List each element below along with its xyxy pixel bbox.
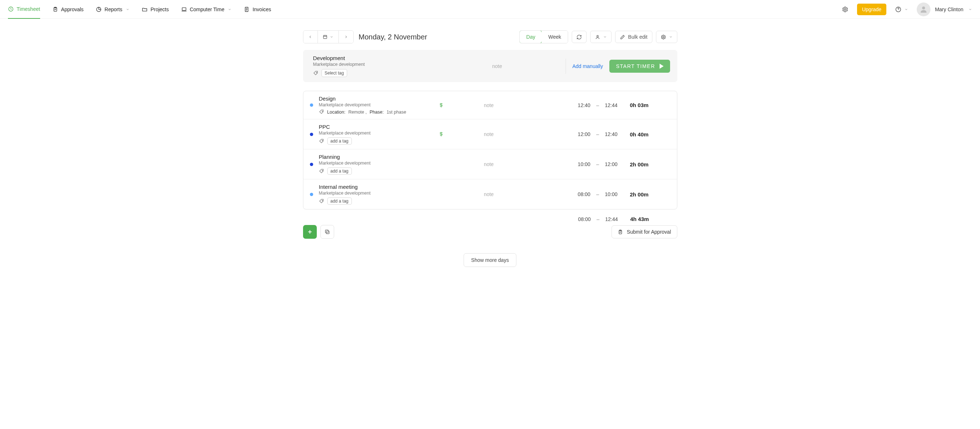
add-entry-button[interactable] xyxy=(303,225,317,239)
chevron-left-icon xyxy=(308,35,312,39)
entry-time[interactable]: 10:00–12:00 xyxy=(545,161,618,167)
project-dot xyxy=(310,163,313,166)
tag-value: Remote , xyxy=(348,110,367,115)
nav-projects-label: Projects xyxy=(150,6,169,12)
billable-indicator[interactable] xyxy=(438,101,467,109)
add-tag-chip[interactable]: add a tag xyxy=(327,198,352,205)
options-button[interactable] xyxy=(656,31,677,43)
svg-point-12 xyxy=(322,140,323,141)
view-week-button[interactable]: Week xyxy=(542,31,568,43)
entry-note[interactable]: note xyxy=(467,102,511,108)
entry-project: Marketplace development xyxy=(319,102,438,107)
timer-task-block[interactable]: Development Marketplace development Sele… xyxy=(313,55,429,77)
main: Monday, 2 November Day Week Bulk edit xyxy=(303,30,677,281)
nav-invoices[interactable]: Invoices xyxy=(244,0,271,19)
entry-tag-row: add a tag xyxy=(319,198,438,205)
active-timer-card: Development Marketplace development Sele… xyxy=(303,50,677,82)
actions-row: Submit for Approval xyxy=(303,225,677,239)
project-dot xyxy=(310,133,313,136)
copy-day-button[interactable] xyxy=(320,225,334,239)
timer-right: Add manually START TIMER xyxy=(566,59,670,74)
prev-day-button[interactable] xyxy=(304,31,318,43)
nav-timesheet[interactable]: Timesheet xyxy=(8,0,40,19)
entry-time[interactable]: 08:00–10:00 xyxy=(545,191,618,197)
svg-point-4 xyxy=(844,8,846,10)
add-manually-link[interactable]: Add manually xyxy=(573,63,603,69)
entry-task: Planning xyxy=(319,154,438,160)
timer-project: Marketplace development xyxy=(313,62,429,67)
plus-icon xyxy=(307,229,313,235)
billable-indicator[interactable] xyxy=(438,130,467,138)
invoice-icon xyxy=(244,6,250,12)
date-title: Monday, 2 November xyxy=(359,33,428,41)
gear-icon xyxy=(661,34,666,40)
date-nav xyxy=(303,30,354,43)
add-tag-chip[interactable]: add a tag xyxy=(327,167,352,175)
settings-icon[interactable] xyxy=(842,6,848,13)
entry-note[interactable]: note xyxy=(467,161,511,167)
entry-project: Marketplace development xyxy=(319,131,438,136)
dash: – xyxy=(596,161,599,167)
entry-duration: 2h 00m xyxy=(618,191,661,198)
edit-icon xyxy=(620,34,625,40)
nav-reports[interactable]: Reports xyxy=(96,0,129,19)
calendar-picker-button[interactable] xyxy=(318,31,339,43)
entry-row[interactable]: PPCMarketplace developmentadd a tagnote1… xyxy=(304,119,677,149)
timer-tag-row: Select tag xyxy=(313,69,429,77)
svg-point-11 xyxy=(322,111,323,112)
nav-approvals[interactable]: Approvals xyxy=(52,0,84,19)
entry-row[interactable]: PlanningMarketplace developmentadd a tag… xyxy=(304,149,677,179)
svg-point-13 xyxy=(322,170,323,171)
add-tag-chip[interactable]: add a tag xyxy=(327,137,352,145)
start-timer-button[interactable]: START TIMER xyxy=(609,60,670,73)
view-day-button[interactable]: Day xyxy=(519,30,542,43)
nav-projects[interactable]: Projects xyxy=(142,0,169,19)
next-day-button[interactable] xyxy=(339,31,353,43)
entry-row[interactable]: Internal meetingMarketplace developmenta… xyxy=(304,179,677,209)
upgrade-button[interactable]: Upgrade xyxy=(857,4,887,15)
help-icon xyxy=(895,6,902,13)
bulk-edit-button[interactable]: Bulk edit xyxy=(615,31,652,43)
tag-value: 1st phase xyxy=(387,110,406,115)
show-more-wrap: Show more days xyxy=(303,253,677,267)
submit-approval-button[interactable]: Submit for Approval xyxy=(611,225,677,238)
svg-point-8 xyxy=(597,35,598,37)
tag-icon xyxy=(319,199,325,204)
user-menu[interactable]: Mary Clinton xyxy=(917,3,972,16)
entry-note[interactable]: note xyxy=(467,191,511,197)
refresh-icon xyxy=(576,34,582,40)
chevron-right-icon xyxy=(344,35,348,39)
nav-reports-label: Reports xyxy=(105,6,122,12)
help-menu[interactable] xyxy=(895,6,908,13)
laptop-icon xyxy=(181,6,187,12)
entry-time[interactable]: 12:00–12:40 xyxy=(545,131,618,137)
chevron-down-icon xyxy=(228,8,231,11)
select-tag-chip[interactable]: Select tag xyxy=(321,69,347,77)
timer-note[interactable]: note xyxy=(429,63,566,69)
entry-note[interactable]: note xyxy=(467,131,511,137)
totals-time: 08:00 – 12:44 xyxy=(546,216,618,222)
toolbar-right: Day Week Bulk edit xyxy=(519,30,677,43)
show-more-button[interactable]: Show more days xyxy=(464,253,516,267)
avatar xyxy=(917,3,931,16)
entry-time[interactable]: 12:40–12:44 xyxy=(545,102,618,108)
date-toolbar: Monday, 2 November Day Week Bulk edit xyxy=(303,30,677,43)
view-segment: Day Week xyxy=(519,30,568,43)
project-dot xyxy=(310,104,313,107)
refresh-button[interactable] xyxy=(572,31,587,43)
nav-approvals-label: Approvals xyxy=(61,6,84,12)
bulk-edit-label: Bulk edit xyxy=(628,34,648,40)
entry-start: 12:00 xyxy=(578,131,590,137)
entry-row[interactable]: DesignMarketplace developmentLocation: R… xyxy=(304,91,677,119)
pie-chart-icon xyxy=(96,6,102,12)
user-icon xyxy=(595,34,600,40)
entry-task: Design xyxy=(319,96,438,102)
nav-computer-time[interactable]: Computer Time xyxy=(181,0,232,19)
svg-rect-15 xyxy=(326,231,329,234)
tag-icon xyxy=(319,169,325,174)
svg-rect-7 xyxy=(323,35,326,39)
clock-icon xyxy=(8,6,14,12)
svg-point-9 xyxy=(662,36,664,38)
user-filter-button[interactable] xyxy=(590,31,611,43)
timer-note-placeholder: note xyxy=(492,63,502,69)
